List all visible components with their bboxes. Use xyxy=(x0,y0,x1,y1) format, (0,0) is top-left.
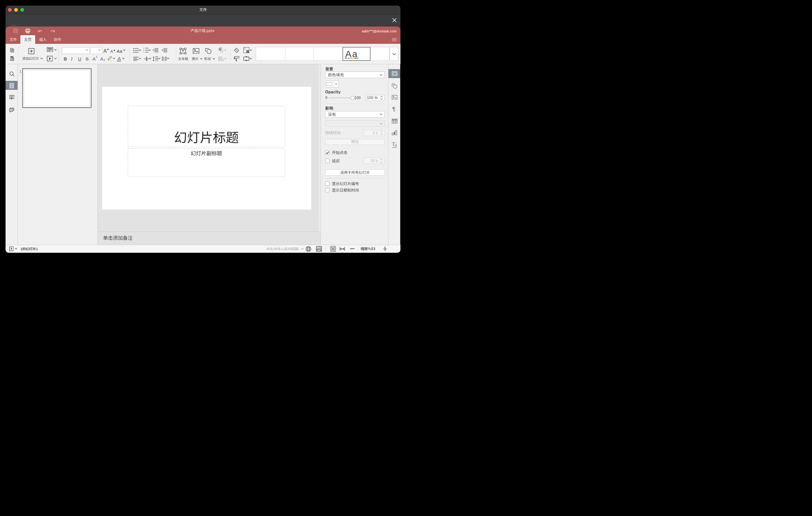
svg-text:1: 1 xyxy=(143,48,144,49)
svg-text:2: 2 xyxy=(143,49,144,51)
svg-text:3: 3 xyxy=(143,52,144,53)
